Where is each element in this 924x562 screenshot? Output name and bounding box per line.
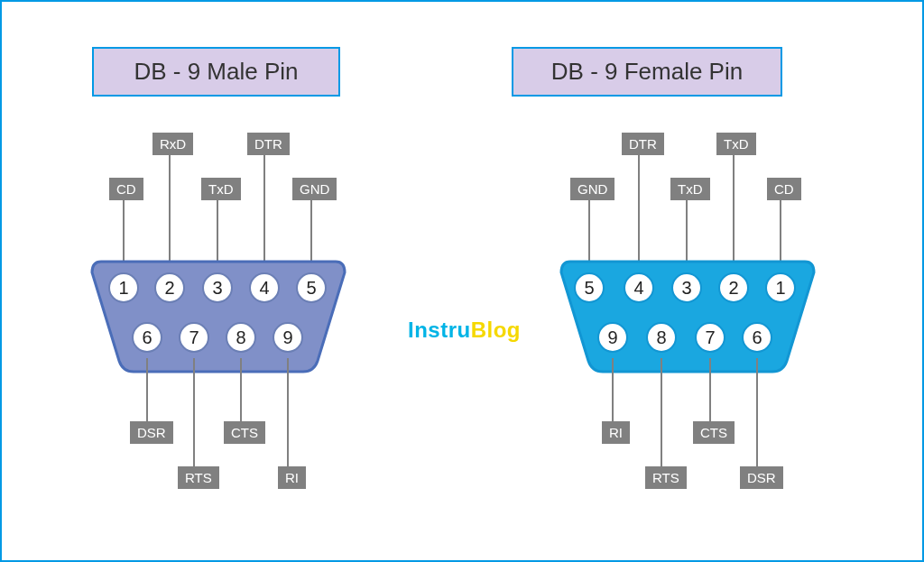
female-pin-4: 4 — [624, 272, 654, 303]
lead-male-8 — [240, 358, 242, 423]
title-female: DB - 9 Female Pin — [512, 47, 782, 97]
label-male-rts: RTS — [178, 466, 219, 489]
label-male-ri: RI — [278, 466, 306, 489]
lead-male-4 — [263, 155, 265, 265]
female-pin-8: 8 — [646, 322, 677, 353]
male-pin-2: 2 — [154, 272, 185, 303]
female-pin-6: 6 — [742, 322, 772, 353]
male-pin-6: 6 — [132, 322, 162, 353]
male-pin-8: 8 — [226, 322, 256, 353]
female-pin-9: 9 — [597, 322, 628, 353]
lead-male-9 — [287, 358, 289, 468]
label-female-rts: RTS — [645, 466, 687, 489]
lead-female-6 — [756, 358, 758, 468]
male-pin-7: 7 — [179, 322, 209, 353]
label-female-cd: CD — [767, 178, 801, 200]
female-pin-2: 2 — [718, 272, 749, 303]
female-pin-3: 3 — [671, 272, 702, 303]
connector-male — [83, 253, 354, 379]
lead-female-2 — [733, 155, 735, 265]
label-female-ri: RI — [602, 421, 630, 444]
logo: InstruBlog — [408, 318, 521, 343]
lead-female-7 — [709, 358, 711, 423]
lead-male-7 — [193, 358, 195, 468]
label-female-dtr: DTR — [622, 133, 664, 155]
lead-male-6 — [146, 358, 148, 423]
lead-female-4 — [638, 155, 640, 265]
male-pin-5: 5 — [296, 272, 327, 303]
male-pin-1: 1 — [108, 272, 139, 303]
label-female-txd2: TxD — [716, 133, 756, 155]
label-male-txd: TxD — [201, 178, 241, 200]
label-female-gnd: GND — [570, 178, 614, 200]
label-male-cts: CTS — [224, 421, 265, 444]
label-female-txd3: TxD — [670, 178, 710, 200]
label-male-gnd: GND — [292, 178, 337, 200]
connector-female — [552, 253, 823, 379]
diagram-frame: DB - 9 Male Pin DB - 9 Female Pin Instru… — [0, 0, 924, 562]
female-pin-5: 5 — [574, 272, 605, 303]
male-pin-4: 4 — [249, 272, 280, 303]
label-male-dsr: DSR — [130, 421, 173, 444]
label-male-rxd: RxD — [152, 133, 193, 155]
title-male: DB - 9 Male Pin — [92, 47, 340, 97]
label-female-cts: CTS — [693, 421, 735, 444]
female-pin-7: 7 — [695, 322, 725, 353]
logo-part1: Instru — [408, 318, 471, 342]
label-male-dtr: DTR — [247, 133, 290, 155]
label-female-dsr: DSR — [740, 466, 783, 489]
lead-female-9 — [612, 358, 614, 423]
logo-part2: Blog — [471, 318, 521, 342]
lead-male-2 — [169, 155, 171, 265]
male-pin-9: 9 — [273, 322, 303, 353]
male-pin-3: 3 — [202, 272, 233, 303]
lead-female-8 — [661, 358, 662, 468]
female-pin-1: 1 — [765, 272, 796, 303]
label-male-cd: CD — [109, 178, 143, 200]
